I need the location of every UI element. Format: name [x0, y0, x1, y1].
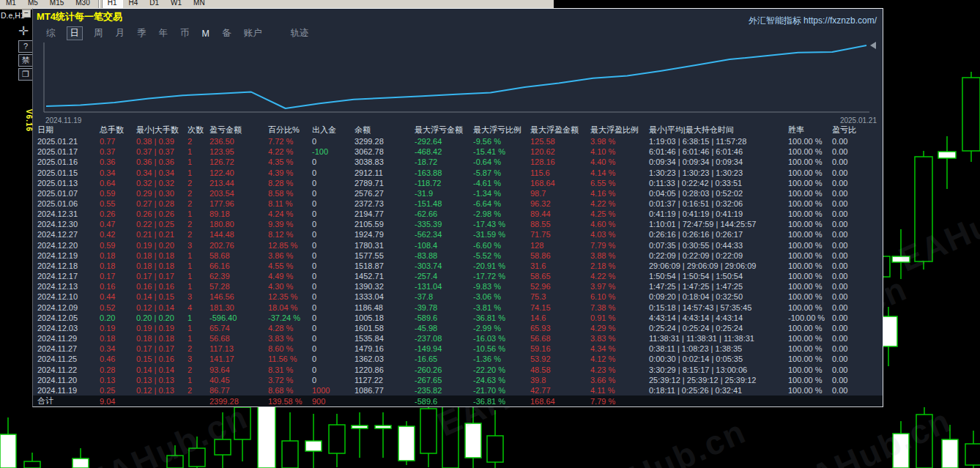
table-cell: -36.81 % — [473, 397, 530, 406]
table-cell: 0.38 | 0.39 — [136, 137, 188, 146]
table-cell: -562.34 — [415, 230, 473, 239]
table-cell: -1.36 % — [473, 354, 530, 363]
table-cell: 29:06:09 | 29:06:09 | 29:06:09 — [649, 261, 788, 270]
table-cell: 100.00 % — [788, 334, 832, 343]
table-cell: 2024.12.05 — [37, 313, 100, 322]
table-cell: 3.66 % — [590, 376, 649, 385]
table-cell: -39.78 — [415, 303, 473, 312]
tab-季[interactable]: 季 — [136, 27, 148, 40]
table-cell: 4.24 % — [268, 209, 312, 218]
table-cell: 4.60 % — [590, 220, 649, 229]
table-row: 2024.12.200.590.19 | 0.203202.7612.85 %0… — [37, 240, 883, 250]
tab-周[interactable]: 周 — [92, 27, 105, 40]
tab-综[interactable]: 综 — [45, 27, 57, 40]
table-cell: 2025.01.13 — [37, 179, 100, 187]
tab-账户[interactable]: 账户 — [242, 27, 263, 40]
table-cell: 1333.04 — [354, 292, 415, 301]
forbid-icon[interactable]: 禁 — [18, 54, 33, 67]
table-cell: 65.74 — [209, 324, 268, 333]
move-icon[interactable]: ✛ — [18, 25, 29, 37]
table-cell: 0.16 — [100, 282, 136, 291]
table-cell: 9.04 — [100, 397, 136, 406]
table-cell: 48.58 — [530, 365, 590, 374]
table-cell: 2024.12.09 — [37, 303, 100, 312]
table-cell: 0.26 | 0.26 — [136, 209, 188, 218]
table-cell: 7.79 % — [590, 241, 649, 250]
column-header: 次数 — [188, 125, 209, 135]
table-cell: 0.18 — [100, 261, 136, 270]
table-cell: 88.55 — [530, 220, 590, 229]
help-icon[interactable]: ? — [18, 40, 33, 53]
table-cell: 96.32 — [530, 199, 590, 208]
table-cell: -15.41 % — [473, 147, 530, 156]
column-header: 余额 — [354, 125, 415, 135]
table-cell: 100.00 % — [788, 386, 832, 395]
table-cell: 3 — [188, 354, 209, 363]
table-row: 2024.11.290.180.18 | 0.18156.683.83 %015… — [37, 333, 883, 343]
chart-symbol-label: D.e,H1 — [1, 11, 25, 20]
table-cell: 1 — [188, 334, 209, 343]
tab-年[interactable]: 年 — [157, 27, 170, 40]
tab-轨迹[interactable]: 轨迹 — [289, 27, 310, 40]
table-cell: 0 — [312, 220, 354, 229]
tab-日[interactable]: 日 — [67, 26, 83, 40]
table-cell: -5.52 % — [473, 251, 530, 260]
table-cell: 0 — [312, 241, 354, 250]
table-cell: -131.04 — [415, 282, 473, 291]
table-cell: 0.00 — [832, 313, 886, 322]
table-cell: 0.27 | 0.28 — [136, 199, 188, 208]
table-cell: 4.22 % — [590, 199, 649, 208]
restore-icon[interactable]: ❐ — [18, 68, 33, 81]
table-cell: -3.06 % — [473, 292, 530, 301]
table-row: 2025.01.210.770.38 | 0.392236.507.72 %03… — [37, 136, 883, 146]
table-cell: 0.29 | 0.30 — [136, 189, 188, 198]
table-cell: -37.24 % — [268, 313, 312, 322]
table-cell: -24.63 % — [473, 376, 530, 385]
table-cell: 0.15 | 0.16 — [136, 354, 188, 363]
table-cell: 8.58 % — [268, 189, 312, 198]
table-cell: 4.49 % — [268, 272, 312, 281]
table-cell: 2025.01.06 — [37, 199, 100, 208]
table-row: 2025.01.070.590.29 | 0.302203.548.58 %02… — [37, 188, 883, 198]
table-cell: -31.9 — [415, 189, 473, 198]
table-cell: 1000 — [312, 386, 354, 395]
table-cell: 42.77 — [530, 386, 590, 395]
timeframe-button-m1[interactable]: M1 — [0, 0, 22, 10]
table-cell: -589.6 — [415, 397, 473, 406]
table-cell: 9.39 % — [268, 220, 312, 229]
table-cell: 0.20 | 0.20 — [136, 313, 188, 322]
table-cell: 0 — [312, 209, 354, 218]
table-row: 2024.11.200.130.13 | 0.13140.453.72 %011… — [37, 375, 883, 385]
minimize-button[interactable]: − — [22, 10, 31, 18]
table-cell: 4.11 % — [590, 386, 649, 395]
tab-M[interactable]: M — [201, 29, 211, 39]
tab-币[interactable]: 币 — [179, 27, 191, 40]
table-cell: 100.00 % — [788, 261, 832, 270]
table-cell: 0.17 | 0.17 — [136, 272, 188, 281]
table-cell: 0 — [312, 303, 354, 312]
table-cell: 2024.11.27 — [37, 344, 100, 353]
table-cell: -2.98 % — [473, 209, 530, 218]
table-cell: 0.00 — [832, 241, 886, 250]
column-header: 盈亏金额 — [209, 125, 268, 135]
table-cell: 2025.01.16 — [37, 157, 100, 166]
table-cell: 1086.77 — [354, 386, 415, 395]
table-cell: 11.56 % — [268, 354, 312, 363]
table-cell: 0:07:35 | 0:30:55 | 0:44:33 — [649, 241, 788, 250]
table-cell: -1.34 % — [473, 189, 530, 198]
table-cell: 213.44 — [209, 179, 268, 187]
axis-end-date: 2025.01.21 — [840, 116, 877, 125]
table-cell: 0.28 — [100, 365, 136, 374]
table-cell: 0.18 | 0.18 — [136, 261, 188, 270]
table-cell: 1:30:23 | 1:30:23 | 1:30:23 — [649, 168, 788, 177]
table-cell: 3.97 % — [590, 282, 649, 291]
table-cell: 0.00 — [832, 199, 886, 208]
table-cell: 3.98 % — [590, 137, 649, 146]
table-cell: 4.25 % — [590, 209, 649, 218]
tab-月[interactable]: 月 — [114, 27, 127, 40]
table-cell: 0.17 — [100, 272, 136, 281]
table-cell: 123.95 — [209, 147, 268, 156]
table-cell: 1:47:25 | 1:47:25 | 1:47:25 — [649, 282, 788, 291]
tab-备[interactable]: 备 — [220, 27, 233, 40]
table-cell: 25:39:12 | 25:39:12 | 25:39:12 — [649, 376, 788, 385]
